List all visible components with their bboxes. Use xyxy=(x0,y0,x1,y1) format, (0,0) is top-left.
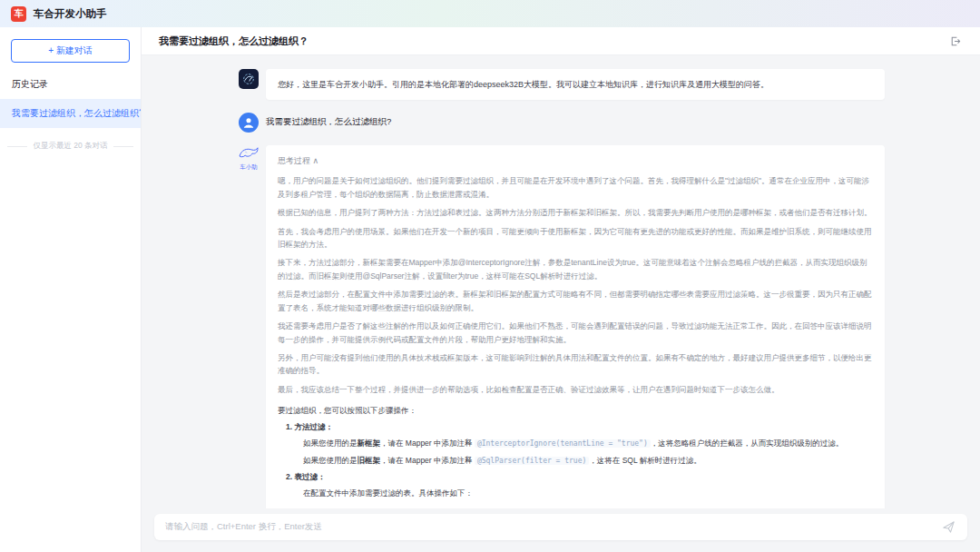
thinking-paragraph: 根据已知的信息，用户提到了两种方法：方法过滤和表过滤。这两种方法分别适用于新框架… xyxy=(278,206,873,219)
inline-code: @InterceptorIgnore(tenantLine = "true") xyxy=(475,439,651,448)
inline-code: @SqlParser(filter = true) xyxy=(475,457,589,465)
thinking-paragraph: 首先，我会考虑用户的使用场景。如果他们在开发一个新的项目，可能更倾向于使用新框架… xyxy=(278,225,873,251)
app-header: 车 车合开发小助手 xyxy=(0,0,980,27)
answer-step2-title: 2. 表过滤： xyxy=(278,472,873,483)
answer-step2-lead: 在配置文件中添加需要过滤的表。具体操作如下： xyxy=(278,487,873,499)
answer-content: 要过滤组织，您可以按照以下步骤操作： 1. 方法过滤： 如果您使用的是新框架，请… xyxy=(278,404,873,508)
chat-titlebar: 我需要过滤组织，怎么过滤组织？ xyxy=(142,27,980,55)
thinking-content: 嗯，用户的问题是关于如何过滤组织的。他们提到需要过滤组织，并且可能是在开发环境中… xyxy=(278,174,873,396)
send-icon[interactable] xyxy=(940,519,956,536)
thinking-paragraph: 最后，我应该总结一下整个过程，并提供进一步的帮助选项，比如检查配置是否正确、验证… xyxy=(278,383,873,396)
message-assistant-response: 车小助 思考过程 ∧ 嗯，用户的问题是关于如何过滤组织的。他们提到需要过滤组织，… xyxy=(237,145,885,508)
thinking-paragraph: 嗯，用户的问题是关于如何过滤组织的。他们提到需要过滤组织，并且可能是在开发环境中… xyxy=(278,174,873,201)
divider xyxy=(7,146,27,147)
sidebar-footer-note: 仅显示最近 20 条对话 xyxy=(7,141,133,152)
thinking-paragraph: 接下来，方法过滤部分，新框架需要在Mapper中添加@InterceptorIg… xyxy=(278,256,873,282)
assistant-response-card: 思考过程 ∧ 嗯，用户的问题是关于如何过滤组织的。他们提到需要过滤组织，并且可能… xyxy=(266,145,885,508)
message-input-placeholder: 请输入问题，Ctrl+Enter 换行，Enter发送 xyxy=(165,521,940,533)
sidebar-item-conversation[interactable]: 我需要过滤组织，怎么过滤组织? xyxy=(0,99,141,128)
answer-step1-item1: 如果您使用的是新框架，请在 Mapper 中添加注释 @InterceptorI… xyxy=(278,437,873,450)
message-input[interactable]: 请输入问题，Ctrl+Enter 换行，Enter发送 xyxy=(154,514,967,540)
assistant-avatar-caption: 车小助 xyxy=(240,163,258,172)
sidebar: + 新建对话 历史记录 我需要过滤组织，怎么过滤组织? 仅显示最近 20 条对话 xyxy=(0,27,142,552)
user-question-text: 我需要过滤组织，怎么过滤组织? xyxy=(266,113,391,128)
answer-step1-title: 1. 方法过滤： xyxy=(278,422,873,433)
user-avatar xyxy=(239,113,259,133)
chat-title: 我需要过滤组织，怎么过滤组织？ xyxy=(159,34,309,48)
export-icon[interactable] xyxy=(946,33,963,49)
message-assistant-greeting: 您好，这里是车合开发小助手。引用的是本地化部署的deepseek32B大模型。我… xyxy=(237,69,885,100)
answer-intro: 要过滤组织，您可以按照以下步骤操作： xyxy=(278,404,873,417)
thinking-collapse-toggle[interactable]: 思考过程 ∧ xyxy=(278,155,873,167)
app-logo: 车 xyxy=(11,6,26,22)
thinking-paragraph: 我还需要考虑用户是否了解这些注解的作用以及如何正确使用它们。如果他们不熟悉，可能… xyxy=(278,320,873,346)
new-chat-button[interactable]: + 新建对话 xyxy=(11,39,130,63)
message-user: 我需要过滤组织，怎么过滤组织? xyxy=(237,113,885,133)
divider xyxy=(113,146,133,147)
thinking-paragraph: 然后是表过滤部分，在配置文件中添加需要过滤的表。新框架和旧框架的配置方式可能略有… xyxy=(278,288,873,314)
thinking-paragraph: 另外，用户可能没有提到他们使用的具体技术栈或框架版本，这可能影响到注解的具体用法… xyxy=(278,351,873,378)
messages-area[interactable]: 您好，这里是车合开发小助手。引用的是本地化部署的deepseek32B大模型。我… xyxy=(142,55,980,508)
whale-icon xyxy=(238,145,260,163)
assistant-greeting-text: 您好，这里是车合开发小助手。引用的是本地化部署的deepseek32B大模型。我… xyxy=(266,69,885,100)
input-bar: 请输入问题，Ctrl+Enter 换行，Enter发送 xyxy=(142,508,980,552)
app-title: 车合开发小助手 xyxy=(34,7,107,21)
sidebar-footer-note-text: 仅显示最近 20 条对话 xyxy=(33,141,107,152)
app-window: 车 车合开发小助手 + 新建对话 历史记录 我需要过滤组织，怎么过滤组织? 仅显… xyxy=(0,0,980,552)
assistant-avatar xyxy=(239,69,259,89)
chat-panel: 我需要过滤组织，怎么过滤组织？ xyxy=(142,27,980,552)
answer-step1-item2: 如果您使用的是旧框架，请在 Mapper 中添加注释 @SqlParser(fi… xyxy=(278,454,873,468)
history-label: 历史记录 xyxy=(0,63,141,99)
